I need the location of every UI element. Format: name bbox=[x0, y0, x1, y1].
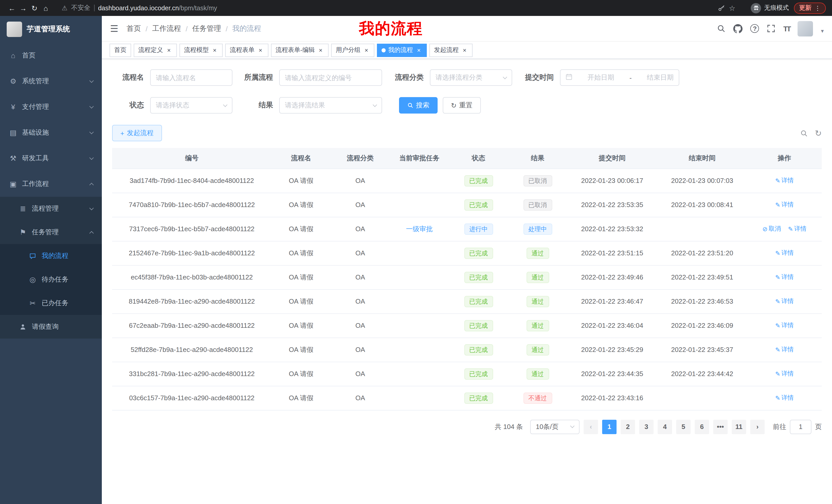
menu-dots-icon[interactable]: ⋮ bbox=[814, 4, 821, 11]
sidebar-item-leave-query[interactable]: 请假查询 bbox=[0, 315, 102, 339]
avatar[interactable] bbox=[798, 21, 813, 36]
status-badge: 已完成 bbox=[464, 199, 493, 211]
start-process-button[interactable]: + 发起流程 bbox=[112, 125, 162, 141]
breadcrumb-task-management[interactable]: 任务管理 bbox=[192, 24, 221, 33]
page-button[interactable]: 5 bbox=[676, 419, 691, 434]
prev-page-button[interactable]: ‹ bbox=[583, 419, 598, 434]
sidebar-item-workflow[interactable]: ▣ 工作流程 bbox=[0, 171, 102, 197]
page-button[interactable]: 2 bbox=[621, 419, 635, 434]
reset-button[interactable]: ↻ 重置 bbox=[443, 97, 481, 114]
detail-action[interactable]: ✎详情 bbox=[775, 297, 794, 306]
edit-icon: ✎ bbox=[775, 274, 780, 281]
start-date-input[interactable]: 开始日期 bbox=[588, 73, 614, 82]
key-icon[interactable] bbox=[718, 4, 725, 11]
page-button[interactable]: ••• bbox=[713, 419, 728, 434]
page-button[interactable]: 3 bbox=[639, 419, 654, 434]
close-icon[interactable]: × bbox=[257, 47, 264, 54]
cell-status: 进行中 bbox=[449, 217, 508, 241]
search-toggle-icon[interactable] bbox=[800, 129, 808, 137]
github-icon[interactable] bbox=[733, 24, 743, 33]
sidebar-item-task-management[interactable]: ⚑ 任务管理 bbox=[0, 220, 102, 244]
update-button[interactable]: 更新 ⋮ bbox=[794, 2, 826, 13]
sidebar-item-infrastructure[interactable]: ▤ 基础设施 bbox=[0, 120, 102, 145]
back-icon[interactable]: ← bbox=[6, 4, 18, 12]
forward-icon[interactable]: → bbox=[18, 4, 29, 12]
end-date-input[interactable]: 结束日期 bbox=[647, 73, 674, 82]
search-button[interactable]: 搜索 bbox=[399, 97, 438, 114]
view-tab[interactable]: 流程表单-编辑 × bbox=[271, 44, 329, 57]
view-tab[interactable]: 用户分组 × bbox=[331, 44, 374, 57]
sidebar-item-payment[interactable]: ¥ 支付管理 bbox=[0, 94, 102, 120]
caret-down-icon[interactable]: ▾ bbox=[821, 27, 824, 34]
goto-page-input[interactable] bbox=[790, 419, 811, 434]
address-bar[interactable]: ⚠ 不安全 dashboard.yudao.iocoder.cn/bpm/tas… bbox=[57, 2, 740, 14]
cell-category: OA bbox=[331, 362, 390, 386]
close-icon[interactable]: × bbox=[317, 47, 324, 54]
font-size-icon[interactable]: TT bbox=[783, 24, 790, 33]
scissors-icon: ✂ bbox=[28, 299, 37, 307]
sidebar-item-process-management[interactable]: ≣ 流程管理 bbox=[0, 197, 102, 220]
view-tab[interactable]: 首页 × bbox=[109, 44, 131, 57]
sidebar-item-my-process[interactable]: 我的流程 bbox=[0, 244, 102, 268]
sidebar-item-home[interactable]: ⌂ 首页 bbox=[0, 43, 102, 68]
detail-action[interactable]: ✎详情 bbox=[775, 394, 794, 402]
breadcrumb-workflow[interactable]: 工作流程 bbox=[152, 24, 181, 33]
close-icon[interactable]: × bbox=[415, 47, 422, 54]
incognito-badge[interactable]: 无痕模式 bbox=[751, 3, 789, 13]
cell-end-time: 2022-01-22 23:46:09 bbox=[657, 313, 747, 338]
detail-action[interactable]: ✎详情 bbox=[775, 321, 794, 330]
help-icon[interactable]: ? bbox=[751, 24, 759, 33]
search-icon[interactable] bbox=[717, 24, 726, 33]
detail-action[interactable]: ✎详情 bbox=[775, 200, 794, 209]
view-tab[interactable]: 流程表单 × bbox=[225, 44, 268, 57]
view-tab[interactable]: 发起流程 × bbox=[430, 44, 473, 57]
refresh-icon[interactable]: ↻ bbox=[815, 128, 822, 138]
sidebar-item-todo-tasks[interactable]: ◎ 待办任务 bbox=[0, 268, 102, 291]
detail-action[interactable]: ✎详情 bbox=[788, 225, 807, 233]
sidebar-item-devtools[interactable]: ⚒ 研发工具 bbox=[0, 145, 102, 171]
date-range-picker[interactable]: 开始日期 - 结束日期 bbox=[560, 69, 679, 86]
view-tab[interactable]: 我的流程 × bbox=[377, 44, 427, 57]
close-icon[interactable]: × bbox=[363, 47, 370, 54]
detail-action[interactable]: ✎详情 bbox=[775, 369, 794, 378]
cancel-action[interactable]: ⊘取消 bbox=[762, 225, 781, 233]
close-icon[interactable]: × bbox=[165, 47, 172, 54]
status-select[interactable]: 请选择状态 bbox=[150, 97, 232, 114]
url-text[interactable]: dashboard.yudao.iocoder.cn/bpm/task/my bbox=[98, 4, 217, 11]
result-select[interactable]: 请选择流结果 bbox=[279, 97, 382, 114]
cell-category: OA bbox=[331, 241, 390, 265]
submit-time-label: 提交时间 bbox=[524, 73, 554, 82]
sidebar-item-system[interactable]: ⚙ 系统管理 bbox=[0, 68, 102, 94]
hamburger-icon[interactable]: ☰ bbox=[110, 23, 118, 34]
reload-icon[interactable]: ↻ bbox=[29, 4, 40, 12]
cell-submit-time: 2022-01-22 23:43:16 bbox=[567, 386, 657, 410]
detail-action[interactable]: ✎详情 bbox=[775, 249, 794, 257]
close-icon[interactable]: × bbox=[211, 47, 218, 54]
view-tab[interactable]: 流程模型 × bbox=[179, 44, 223, 57]
page-button[interactable]: 4 bbox=[658, 419, 672, 434]
home-icon[interactable]: ⌂ bbox=[40, 4, 51, 12]
page-button[interactable]: 1 bbox=[602, 419, 617, 434]
list-icon: ≣ bbox=[19, 204, 27, 213]
cell-submit-time: 2022-01-22 23:46:47 bbox=[567, 289, 657, 313]
process-def-input[interactable] bbox=[279, 69, 382, 86]
cell-current-task bbox=[390, 169, 449, 193]
detail-action[interactable]: ✎详情 bbox=[775, 176, 794, 185]
page-button[interactable]: 11 bbox=[732, 419, 746, 434]
star-icon[interactable]: ☆ bbox=[729, 4, 735, 12]
page-button[interactable]: 6 bbox=[695, 419, 709, 434]
detail-action[interactable]: ✎详情 bbox=[775, 273, 794, 282]
view-tab[interactable]: 流程定义 × bbox=[134, 44, 177, 57]
process-name-input[interactable] bbox=[150, 69, 232, 86]
task-link[interactable]: 一级审批 bbox=[406, 225, 433, 232]
security-label[interactable]: 不安全 bbox=[71, 4, 90, 12]
next-page-button[interactable]: › bbox=[750, 419, 765, 434]
detail-action[interactable]: ✎详情 bbox=[775, 345, 794, 354]
status-badge: 已完成 bbox=[464, 247, 493, 259]
category-select[interactable]: 请选择流程分类 bbox=[430, 69, 512, 86]
page-size-select[interactable]: 10条/页 bbox=[530, 419, 579, 434]
close-icon[interactable]: × bbox=[461, 47, 468, 54]
fullscreen-icon[interactable] bbox=[767, 24, 776, 33]
sidebar-item-done-tasks[interactable]: ✂ 已办任务 bbox=[0, 291, 102, 315]
breadcrumb-home[interactable]: 首页 bbox=[127, 24, 141, 33]
